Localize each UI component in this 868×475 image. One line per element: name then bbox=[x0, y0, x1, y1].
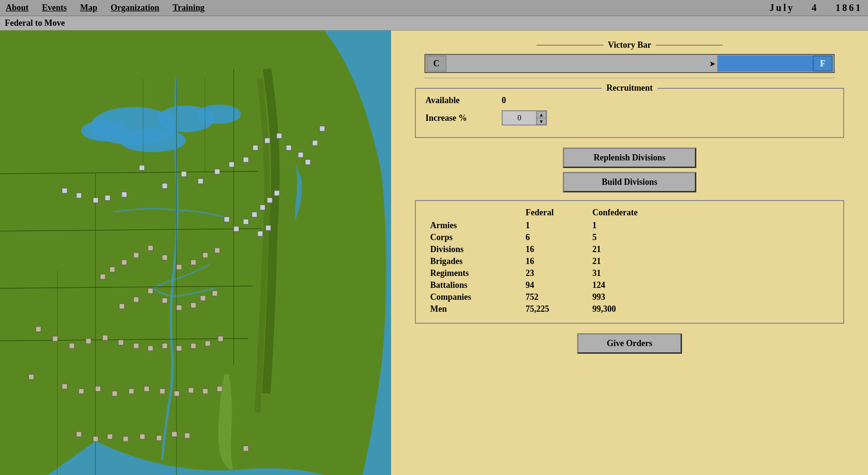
stats-row-federal-0: 1 bbox=[526, 221, 592, 231]
stats-row-label-7: Men bbox=[430, 304, 526, 314]
replenish-divisions-button[interactable]: Replenish Divisions bbox=[563, 148, 696, 168]
increase-input[interactable] bbox=[503, 111, 536, 125]
stats-row-confed-2: 21 bbox=[592, 244, 669, 254]
svg-rect-50 bbox=[134, 253, 139, 258]
svg-rect-83 bbox=[188, 388, 194, 393]
victory-bar-blue bbox=[717, 55, 813, 72]
date-display: July 4 1861 bbox=[769, 2, 862, 13]
svg-rect-77 bbox=[95, 386, 101, 391]
spinner-up[interactable]: ▲ bbox=[537, 111, 546, 118]
svg-rect-23 bbox=[265, 138, 270, 143]
menu-training[interactable]: Training bbox=[173, 3, 205, 13]
svg-rect-36 bbox=[234, 226, 239, 232]
svg-rect-35 bbox=[224, 217, 229, 222]
menu-map[interactable]: Map bbox=[80, 3, 97, 13]
victory-bar-container: C ➤ F bbox=[424, 54, 835, 73]
stats-row-confed-7: 99,300 bbox=[592, 304, 669, 314]
stats-row-label-5: Battalions bbox=[430, 280, 526, 290]
stats-row-confed-4: 31 bbox=[592, 268, 669, 278]
svg-rect-42 bbox=[258, 231, 263, 236]
stats-row: Corps 6 5 bbox=[430, 232, 829, 243]
stats-row: Regiments 23 31 bbox=[430, 268, 829, 278]
svg-rect-29 bbox=[320, 126, 325, 131]
status-bar: Federal to Move bbox=[0, 16, 868, 31]
svg-rect-85 bbox=[217, 386, 222, 391]
stats-row-confed-1: 5 bbox=[592, 232, 669, 243]
svg-rect-64 bbox=[69, 343, 74, 348]
stats-row-federal-1: 6 bbox=[526, 232, 592, 243]
build-divisions-button[interactable]: Build Divisions bbox=[563, 172, 696, 192]
victory-f-button[interactable]: F bbox=[813, 55, 833, 72]
svg-point-5 bbox=[81, 120, 129, 141]
svg-rect-68 bbox=[134, 343, 139, 348]
svg-rect-48 bbox=[203, 253, 208, 258]
svg-rect-51 bbox=[122, 260, 127, 265]
svg-rect-95 bbox=[29, 374, 34, 380]
svg-rect-90 bbox=[140, 434, 145, 439]
menu-events[interactable]: Events bbox=[42, 3, 67, 13]
map-area[interactable] bbox=[0, 31, 391, 475]
date-day: 4 bbox=[812, 2, 818, 13]
stats-row: Divisions 16 21 bbox=[430, 244, 829, 254]
svg-rect-44 bbox=[148, 245, 153, 251]
svg-rect-43 bbox=[266, 225, 271, 231]
svg-rect-54 bbox=[148, 288, 153, 294]
recruitment-section: Recruitment Available 0 Increase % ▲ ▼ bbox=[415, 88, 844, 138]
svg-rect-84 bbox=[203, 389, 208, 394]
victory-bar-section: Victory Bar C ➤ F bbox=[405, 40, 854, 78]
victory-bar-fill: ➤ bbox=[446, 55, 717, 72]
increase-spinners: ▲ ▼ bbox=[536, 111, 546, 125]
stats-col-empty bbox=[430, 208, 526, 218]
svg-rect-57 bbox=[191, 303, 196, 308]
victory-bar-title: Victory Bar bbox=[405, 40, 854, 50]
svg-rect-70 bbox=[162, 343, 167, 348]
svg-rect-19 bbox=[215, 169, 220, 174]
recruitment-title: Recruitment bbox=[602, 83, 658, 93]
svg-rect-91 bbox=[156, 435, 162, 441]
stats-row-label-6: Companies bbox=[430, 292, 526, 302]
stats-row-label-2: Divisions bbox=[430, 244, 526, 254]
victory-bar-divider bbox=[424, 78, 835, 78]
stats-row: Men 75,225 99,300 bbox=[430, 304, 829, 314]
give-orders-button[interactable]: Give Orders bbox=[577, 333, 682, 354]
stats-row-federal-3: 16 bbox=[526, 256, 592, 266]
svg-rect-45 bbox=[162, 255, 167, 260]
stats-row-federal-5: 94 bbox=[526, 280, 592, 290]
svg-rect-38 bbox=[252, 212, 257, 217]
menu-organization[interactable]: Organization bbox=[111, 3, 159, 13]
svg-rect-26 bbox=[298, 152, 303, 158]
stats-row-federal-4: 23 bbox=[526, 268, 592, 278]
svg-rect-78 bbox=[112, 391, 117, 396]
map-svg bbox=[0, 31, 391, 475]
stats-row: Brigades 16 21 bbox=[430, 256, 829, 266]
victory-bar-title-text: Victory Bar bbox=[608, 40, 651, 50]
svg-rect-25 bbox=[286, 145, 291, 150]
svg-rect-39 bbox=[260, 205, 265, 210]
svg-rect-0 bbox=[0, 31, 391, 475]
svg-rect-65 bbox=[86, 338, 91, 344]
stats-row-federal-7: 75,225 bbox=[526, 304, 592, 314]
stats-row-confed-5: 124 bbox=[592, 280, 669, 290]
svg-rect-40 bbox=[267, 198, 272, 203]
svg-rect-62 bbox=[36, 327, 41, 332]
stats-col-federal: Federal bbox=[526, 208, 592, 218]
svg-rect-47 bbox=[191, 260, 196, 265]
stats-rows-container: Armies 1 1 Corps 6 5 Divisions 16 21 Bri… bbox=[430, 221, 829, 314]
svg-rect-67 bbox=[118, 340, 124, 345]
svg-rect-69 bbox=[148, 346, 153, 351]
svg-rect-32 bbox=[93, 198, 98, 203]
stats-row: Armies 1 1 bbox=[430, 221, 829, 231]
spinner-down[interactable]: ▼ bbox=[537, 118, 546, 125]
increase-input-container[interactable]: ▲ ▼ bbox=[502, 110, 547, 126]
available-value: 0 bbox=[502, 95, 521, 106]
svg-rect-16 bbox=[162, 183, 167, 189]
svg-rect-17 bbox=[181, 171, 186, 177]
svg-rect-60 bbox=[134, 297, 139, 302]
svg-rect-82 bbox=[174, 391, 179, 396]
svg-rect-31 bbox=[76, 193, 82, 198]
victory-c-button[interactable]: C bbox=[426, 55, 446, 72]
menu-about[interactable]: About bbox=[6, 3, 29, 13]
increase-label: Increase % bbox=[425, 113, 502, 123]
svg-rect-41 bbox=[274, 190, 279, 196]
menu-bar: About Events Map Organization Training J… bbox=[0, 0, 868, 16]
